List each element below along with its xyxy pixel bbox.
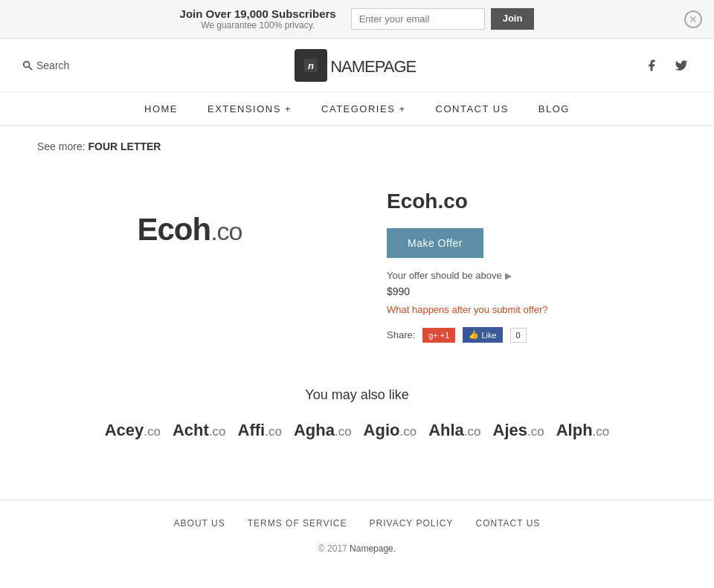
card-tld: .co [399, 424, 416, 439]
logo-page: PAGE [375, 57, 416, 76]
domain-card[interactable]: Agha.co [294, 421, 352, 440]
domain-card[interactable]: Ajes.co [493, 421, 544, 440]
share-row: Share: g+ +1 👍 Like 0 [387, 327, 692, 343]
share-label: Share: [387, 329, 415, 340]
top-banner: Join Over 19,000 Subscribers We guarante… [0, 0, 714, 39]
domain-info: Ecoh.co Make Offer Your offer should be … [387, 182, 692, 343]
footer-brand-link[interactable]: Namepage. [350, 543, 396, 554]
domain-full-name: Ecoh.co [387, 190, 692, 213]
domain-logo-area: Ecoh.co [22, 182, 357, 277]
domain-tld-logo: .co [210, 217, 242, 245]
domain-card[interactable]: Ahla.co [428, 421, 480, 440]
offer-price: $990 [387, 285, 692, 297]
domain-section: Ecoh.co Ecoh.co Make Offer Your offer sh… [22, 167, 692, 358]
card-tld: .co [527, 424, 544, 439]
search-icon [22, 60, 33, 71]
nav-categories[interactable]: CATEGORIES + [321, 103, 405, 114]
gplus-label: +1 [440, 331, 450, 340]
footer-copy-year: © 2017 [318, 543, 347, 554]
fb-like-button[interactable]: 👍 Like [463, 327, 502, 343]
see-more-prefix: See more: [37, 140, 86, 152]
gplus-button[interactable]: g+ +1 [422, 328, 455, 343]
domain-card[interactable]: Acht.co [173, 421, 226, 440]
logo-name: name [330, 57, 375, 76]
domain-card[interactable]: Acey.co [105, 421, 161, 440]
card-domain-name: Acey [105, 421, 144, 439]
offer-arrow-icon: ▶ [505, 271, 512, 281]
twitter-link[interactable] [671, 55, 692, 76]
main-content: See more: FOUR LETTER Ecoh.co Ecoh.co Ma… [0, 126, 714, 470]
footer-copy: © 2017 Namepage. [0, 543, 714, 554]
svg-line-1 [29, 67, 32, 70]
fb-like-label: Like [481, 331, 496, 340]
card-tld: .co [209, 424, 226, 439]
card-domain-name: Ajes [493, 421, 527, 439]
site-header: Search n namePAGE [0, 39, 714, 93]
also-like-section: You may also like Acey.coAcht.coAffi.coA… [22, 358, 692, 455]
gplus-icon: g+ [428, 331, 438, 340]
footer-link-terms[interactable]: TERMS OF SERVICE [248, 518, 347, 529]
footer-links: ABOUT USTERMS OF SERVICEPRIVACY POLICYCO… [0, 518, 714, 529]
card-domain-name: Alph [556, 421, 593, 439]
make-offer-button[interactable]: Make Offer [387, 228, 483, 258]
card-tld: .co [144, 424, 161, 439]
banner-form: Join [351, 8, 535, 30]
site-footer: ABOUT USTERMS OF SERVICEPRIVACY POLICYCO… [0, 500, 714, 561]
svg-point-0 [24, 62, 30, 68]
also-like-title: You may also like [22, 387, 692, 403]
banner-title: Join Over 19,000 Subscribers [180, 7, 336, 20]
card-domain-name: Ahla [428, 421, 464, 439]
card-domain-name: Agio [364, 421, 400, 439]
fb-count: 0 [510, 328, 527, 343]
footer-link-privacy[interactable]: PRIVACY POLICY [370, 518, 454, 529]
banner-subtitle: We guarantee 100% privacy. [180, 20, 336, 30]
search-label: Search [36, 59, 69, 71]
svg-text:n: n [308, 60, 314, 71]
logo-text: namePAGE [330, 54, 416, 77]
card-tld: .co [265, 424, 282, 439]
domain-logo: Ecoh.co [137, 212, 242, 248]
see-more: See more: FOUR LETTER [22, 140, 692, 152]
domain-display-name: Ecoh [137, 212, 210, 247]
offer-hint: Your offer should be above ▶ [387, 270, 692, 281]
domain-card[interactable]: Affi.co [238, 421, 282, 440]
card-tld: .co [335, 424, 352, 439]
close-button[interactable]: ✕ [684, 10, 702, 28]
card-tld: .co [593, 424, 610, 439]
domain-card[interactable]: Alph.co [556, 421, 610, 440]
join-button[interactable]: Join [491, 8, 535, 30]
footer-link-about[interactable]: ABOUT US [174, 518, 225, 529]
site-nav: HOME EXTENSIONS + CATEGORIES + CONTACT U… [0, 93, 714, 126]
also-like-grid: Acey.coAcht.coAffi.coAgha.coAgio.coAhla.… [22, 421, 692, 440]
offer-hint-text: Your offer should be above [387, 270, 502, 281]
card-domain-name: Acht [173, 421, 209, 439]
facebook-link[interactable] [641, 55, 662, 76]
logo-icon: n [295, 49, 327, 82]
banner-text: Join Over 19,000 Subscribers We guarante… [180, 7, 336, 30]
domain-card[interactable]: Agio.co [364, 421, 417, 440]
email-input[interactable] [351, 8, 485, 30]
social-links [641, 55, 692, 76]
site-logo[interactable]: n namePAGE [295, 49, 416, 82]
nav-home[interactable]: HOME [144, 103, 178, 114]
nav-extensions[interactable]: EXTENSIONS + [208, 103, 292, 114]
fb-icon: 👍 [469, 330, 479, 340]
search-area[interactable]: Search [22, 59, 69, 71]
card-domain-name: Affi [238, 421, 266, 439]
footer-link-contact[interactable]: CONTACT US [475, 518, 540, 529]
card-domain-name: Agha [294, 421, 335, 439]
nav-contact[interactable]: CONTACT US [436, 103, 509, 114]
card-tld: .co [464, 424, 481, 439]
nav-blog[interactable]: BLOG [538, 103, 570, 114]
offer-info-link[interactable]: What happens after you submit offer? [387, 304, 548, 315]
see-more-label[interactable]: FOUR LETTER [88, 140, 161, 152]
